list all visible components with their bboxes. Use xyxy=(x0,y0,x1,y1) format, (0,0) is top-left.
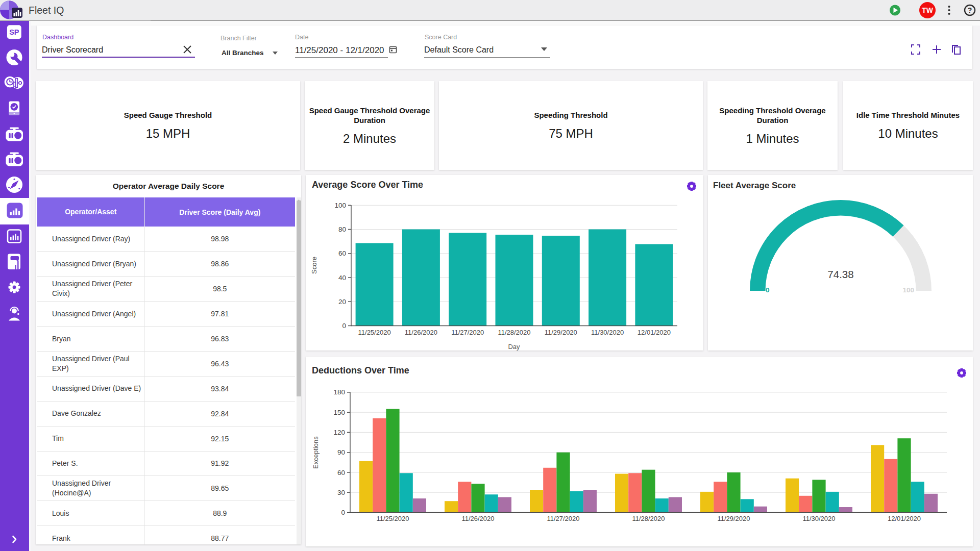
svg-text:12/01/2020: 12/01/2020 xyxy=(638,329,671,336)
svg-text:11/25/2020: 11/25/2020 xyxy=(376,515,409,522)
svg-text:Score: Score xyxy=(310,257,318,274)
svg-text:11/27/2020: 11/27/2020 xyxy=(451,329,484,336)
svg-text:11/25/2020: 11/25/2020 xyxy=(358,329,391,336)
svg-text:60: 60 xyxy=(338,249,346,257)
svg-text:80: 80 xyxy=(338,226,346,233)
svg-text:11/26/2020: 11/26/2020 xyxy=(405,329,437,336)
svg-text:180: 180 xyxy=(333,388,345,396)
svg-text:11/27/2020: 11/27/2020 xyxy=(547,515,579,522)
svg-text:100: 100 xyxy=(902,286,914,294)
svg-text:?: ? xyxy=(968,6,972,14)
svg-text:90: 90 xyxy=(337,448,345,456)
svg-text:Day: Day xyxy=(508,343,520,350)
svg-text:12/01/2020: 12/01/2020 xyxy=(888,515,921,522)
svg-text:40: 40 xyxy=(338,274,346,282)
svg-text:11/29/2020: 11/29/2020 xyxy=(545,329,577,336)
svg-text:11/26/2020: 11/26/2020 xyxy=(461,515,494,522)
svg-text:11/28/2020: 11/28/2020 xyxy=(632,515,665,522)
svg-text:0: 0 xyxy=(341,509,345,516)
svg-text:0: 0 xyxy=(766,286,770,294)
svg-text:150: 150 xyxy=(333,409,345,416)
svg-text:30: 30 xyxy=(337,489,345,496)
svg-text:74.38: 74.38 xyxy=(827,268,853,280)
svg-text:TW: TW xyxy=(922,6,934,14)
svg-text:11/28/2020: 11/28/2020 xyxy=(498,329,530,336)
svg-text:100: 100 xyxy=(334,202,346,209)
svg-text:20: 20 xyxy=(338,298,346,306)
svg-text:60: 60 xyxy=(337,469,345,477)
svg-text:Exceptions: Exceptions xyxy=(312,436,320,469)
svg-text:11/29/2020: 11/29/2020 xyxy=(717,515,750,522)
svg-text:SP: SP xyxy=(9,28,19,36)
svg-text:11/30/2020: 11/30/2020 xyxy=(591,329,624,336)
svg-text:11/30/2020: 11/30/2020 xyxy=(802,515,835,522)
svg-text:120: 120 xyxy=(333,429,345,436)
svg-text:0: 0 xyxy=(342,322,346,330)
